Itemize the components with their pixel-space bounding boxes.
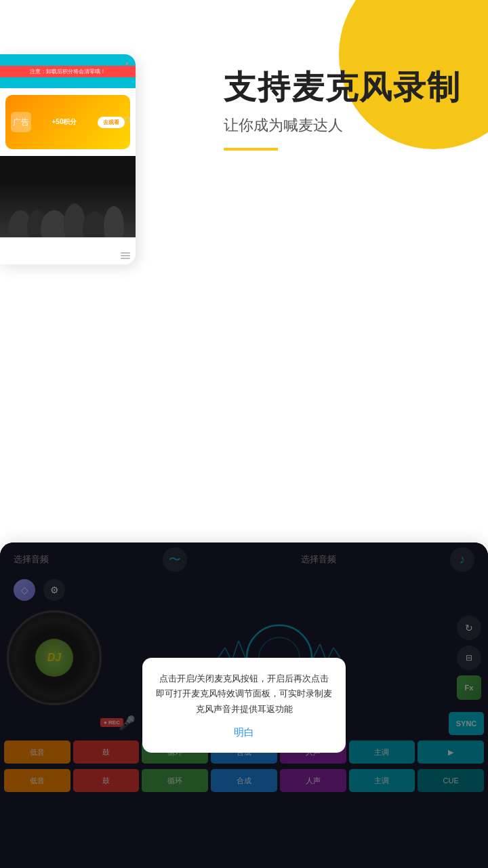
ad-card: 广告 +50积分 去观看	[5, 95, 130, 149]
svg-point-4	[83, 212, 107, 237]
chevron-down-icon: ▾	[125, 60, 129, 67]
device-screen: 注意：卸载后积分将会清零哦！ ▾ 广告 +50积分 去观看	[0, 54, 136, 264]
watch-button[interactable]: 去观看	[98, 117, 125, 128]
ad-icon: 广告	[11, 112, 31, 132]
top-section: 注意：卸载后积分将会清零哦！ ▾ 广告 +50积分 去观看	[0, 0, 488, 298]
page-root: 注意：卸载后积分将会清零哦！ ▾ 广告 +50积分 去观看	[0, 0, 488, 868]
svg-point-5	[104, 206, 124, 237]
audience-svg	[0, 156, 136, 237]
modal-text: 点击开启/关闭麦克风按钮，开启后再次点击即可打开麦克风特效调节面板，可实时录制麦…	[156, 671, 332, 716]
modal-overlay[interactable]: 点击开启/关闭麦克风按钮，开启后再次点击即可打开麦克风特效调节面板，可实时录制麦…	[0, 542, 488, 868]
dot-1	[125, 117, 130, 123]
device-top-bar: 注意：卸载后积分将会清零哦！	[0, 54, 136, 88]
line-3	[121, 258, 130, 259]
device-dots	[125, 117, 130, 123]
bottom-section: 选择音频 〜 选择音频 ♪ ◇ ⚙	[0, 542, 488, 868]
line-2	[121, 255, 130, 256]
top-text-block: 支持麦克风录制 让你成为喊麦达人	[224, 68, 461, 151]
ad-points: +50积分	[52, 117, 77, 127]
svg-point-2	[41, 210, 68, 237]
svg-point-3	[64, 203, 85, 237]
main-title: 支持麦克风录制	[224, 68, 461, 107]
sub-title: 让你成为喊麦达人	[224, 115, 461, 136]
line-1	[121, 252, 130, 254]
modal-box: 点击开启/关闭麦克风按钮，开启后再次点击即可打开麦克风特效调节面板，可实时录制麦…	[142, 658, 346, 752]
warning-bar: 注意：卸载后积分将会清零哦！	[0, 66, 136, 77]
device-lines	[121, 252, 130, 259]
dj-device: 选择音频 〜 选择音频 ♪ ◇ ⚙	[0, 542, 488, 868]
ad-label: 广告	[13, 117, 29, 128]
concert-bg	[0, 156, 136, 237]
modal-confirm-button[interactable]: 明白	[156, 726, 332, 739]
accent-divider	[224, 148, 278, 151]
top-device-mockup: 注意：卸载后积分将会清零哦！ ▾ 广告 +50积分 去观看	[0, 54, 136, 264]
dj-screen: 选择音频 〜 选择音频 ♪ ◇ ⚙	[0, 542, 488, 868]
